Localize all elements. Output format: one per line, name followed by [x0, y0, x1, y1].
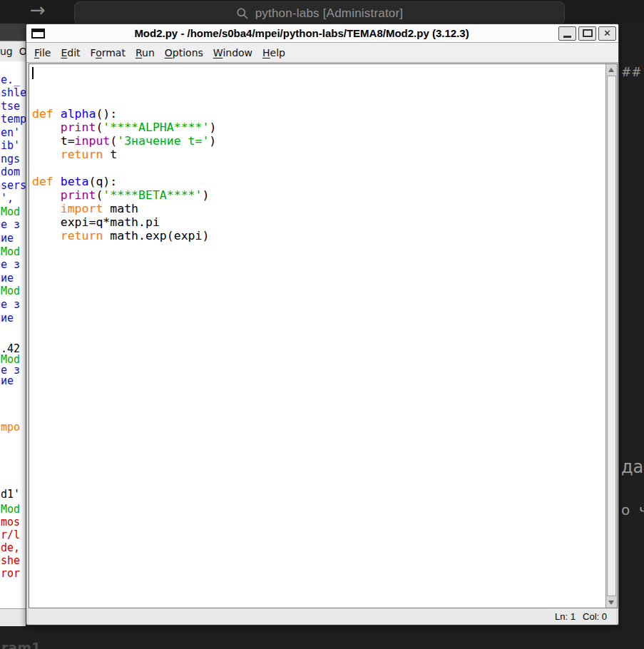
scroll-down-icon	[608, 601, 614, 605]
menu-window[interactable]: Window	[208, 44, 257, 61]
text-fragment: ие	[1, 233, 20, 244]
text-fragment: e._	[1, 75, 20, 86]
scroll-up-button[interactable]	[606, 64, 616, 75]
text-fragment: Mod	[1, 286, 20, 297]
minimize-icon	[563, 36, 571, 38]
close-icon: ✕	[603, 28, 611, 39]
text-fragment: shle	[1, 88, 26, 98]
window-controls: ✕	[558, 26, 616, 41]
editor-area: def alpha(): print('****ALPHA****') t=in…	[29, 63, 618, 608]
text-fragment: ие	[1, 376, 20, 387]
scrollbar-thumb[interactable]	[607, 76, 616, 596]
text-fragment: е з	[1, 260, 20, 270]
text-fragment: Mod	[1, 207, 20, 218]
background-window-text: e._shletsetempen'ib'ngsdomsers',Modе зие…	[0, 61, 26, 608]
title-bar[interactable]: Mod2.py - /home/s0ba4/mpei/python-labs/T…	[26, 24, 618, 42]
text-fragment: е з	[1, 220, 20, 230]
text-fragment: ие	[1, 273, 20, 284]
search-text: python-labs [Administrator]	[255, 6, 404, 21]
text-fragment: ngs	[1, 154, 20, 165]
maximize-icon	[583, 29, 593, 37]
text-fragment: ## 2	[621, 67, 644, 78]
code-editor[interactable]: def alpha(): print('****ALPHA****') t=in…	[29, 64, 605, 608]
text-fragment: да	[621, 462, 643, 473]
menu-format[interactable]: Format	[86, 44, 131, 61]
menu-options[interactable]: Options	[160, 44, 208, 61]
background-window-menu-fragment: ug O	[0, 41, 26, 62]
text-fragment: r/l	[1, 530, 20, 541]
text-caret	[32, 67, 34, 79]
search-icon	[236, 7, 249, 20]
background-window-statusbar	[0, 608, 26, 626]
text-fragment: sers	[1, 180, 26, 191]
vertical-scrollbar[interactable]	[605, 64, 617, 608]
text-fragment: temp	[1, 114, 26, 125]
status-col: Col: 0	[583, 611, 607, 622]
text-fragment: en'	[1, 128, 20, 138]
desktop-top-bar: → python-labs [Administrator]	[0, 0, 644, 24]
back-arrow-icon[interactable]: →	[30, 0, 46, 21]
text-fragment: she	[1, 556, 20, 566]
text-fragment: ',	[1, 193, 14, 204]
text-fragment: de,	[1, 543, 20, 553]
desktop-bottom-fragment: ram1	[1, 640, 41, 649]
text-fragment: ие	[1, 313, 20, 324]
text-fragment: mpo	[1, 422, 20, 433]
maximize-button[interactable]	[578, 26, 596, 41]
menu-bar: FileEditFormatRunOptionsWindowHelp	[26, 42, 618, 63]
text-fragment: ib'	[1, 140, 20, 151]
scroll-down-button[interactable]	[606, 597, 616, 608]
window-icon	[31, 29, 45, 39]
code-lines: def alpha(): print('****ALPHA****') t=in…	[32, 107, 605, 242]
search-box[interactable]: python-labs [Administrator]	[74, 1, 565, 25]
menu-help[interactable]: Help	[257, 44, 290, 61]
text-fragment: mos	[1, 517, 20, 528]
text-fragment: tse	[1, 101, 20, 112]
menu-edit[interactable]: Edit	[56, 44, 85, 61]
menu-run[interactable]: Run	[131, 44, 160, 61]
scroll-up-icon	[608, 68, 614, 72]
window-title: Mod2.py - /home/s0ba4/mpei/python-labs/T…	[45, 27, 558, 39]
idle-window: Mod2.py - /home/s0ba4/mpei/python-labs/T…	[26, 24, 619, 625]
text-fragment: о ч	[621, 505, 644, 516]
status-bar: Ln: 1 Col: 0	[29, 608, 616, 624]
text-fragment: Mod	[1, 247, 20, 257]
background-window-titlebar	[0, 24, 26, 41]
background-window[interactable]: ug O e._shletsetempen'ib'ngsdomsers',Mod…	[0, 24, 26, 625]
text-fragment: е з	[1, 300, 20, 310]
text-fragment: ror	[1, 568, 20, 579]
text-fragment: d1'	[1, 489, 20, 500]
minimize-button[interactable]	[558, 26, 576, 41]
menu-file[interactable]: File	[29, 44, 56, 61]
text-fragment: dom	[1, 167, 20, 178]
desktop-right-fragments: ## 2дао ч	[621, 0, 644, 649]
status-line: Ln: 1	[555, 611, 576, 622]
close-button[interactable]: ✕	[598, 26, 616, 41]
text-fragment: Mod	[1, 504, 20, 515]
